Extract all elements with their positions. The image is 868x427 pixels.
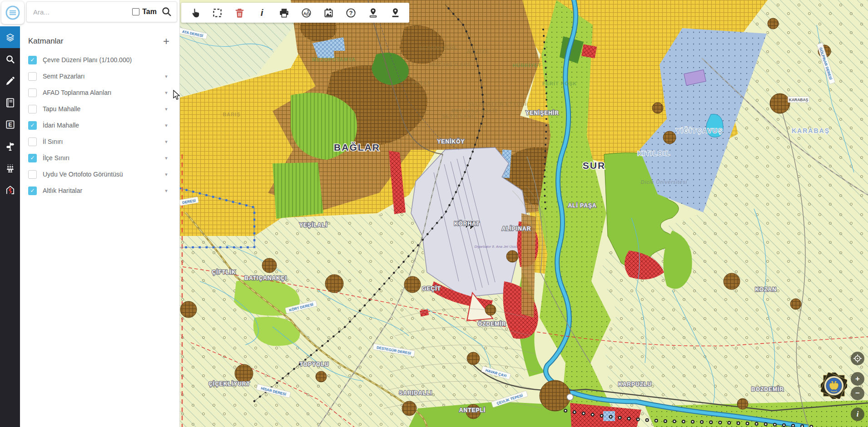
map-place-label: FERİT KÖŞK [542,81,577,86]
map-place-label: AZİZİYE [466,49,489,54]
map-place-label: Diyarbakır 8. Ana Jet Üssü [475,245,518,249]
map-place-label: SUR [583,160,605,171]
map-place-label: ALİ PAŞA [568,202,596,209]
search-icon [5,54,15,64]
map-place-label: MEVLANA HALİT [451,108,498,113]
layer-expand-arrow[interactable]: ▾ [163,188,169,194]
layer-label: İl Sınırı [43,138,163,145]
layer-expand-arrow[interactable]: ▾ [163,139,169,145]
svg-text:E: E [8,122,12,128]
layer-expand-arrow[interactable]: ▾ [163,172,169,177]
layer-label: Altlık Haritalar [43,187,163,194]
delete-tool-button[interactable] [228,4,251,22]
sidebar-item-cadastre-book[interactable] [0,92,20,113]
exact-match-checkbox[interactable] [132,8,139,15]
layer-expand-arrow[interactable]: ▾ [163,106,169,112]
select-area-tool-button[interactable] [206,4,228,22]
map-town-label: KARABAŞ [788,97,809,103]
sidebar-item-layers[interactable] [0,26,20,48]
search-button[interactable] [161,6,172,17]
locate-button[interactable] [851,352,864,365]
search-input[interactable] [33,8,132,16]
sidebar-item-brand-logo[interactable] [0,179,20,201]
map-place-label: ŞEYH ŞAMİL [442,113,477,119]
layer-expand-arrow[interactable]: ▾ [163,155,169,161]
map-place-label: KARPUZLU [618,381,652,388]
layer-checkbox[interactable] [28,88,37,97]
print-tool-button[interactable] [273,4,295,22]
add-layer-button[interactable]: + [163,37,169,46]
layer-checkbox[interactable]: ✓ [28,121,37,130]
layer-row: ✓İlçe Sınırı▾ [20,150,179,166]
layer-row: Tapu Mahalle▾ [20,101,179,117]
map-place-label: KÖRHAT [454,220,480,227]
book-icon [5,98,15,108]
add-marker-tool-button[interactable] [362,4,384,22]
layers-panel: Katmanlar + ✓Çevre Düzeni Planı (1/100.0… [20,0,180,427]
map-place-label: YENİŞEHİR [526,109,559,116]
map-place-label: ÇİÇEKLİYURT [208,380,250,387]
svg-text:KARABAŞ: KARABAŞ [789,98,808,102]
info-tool-button[interactable]: i [251,4,273,22]
layer-checkbox[interactable] [28,170,37,179]
sidebar-item-population[interactable] [0,157,20,179]
map-place-label: BARIŞ [223,112,240,117]
goto-marker-tool-button[interactable] [384,4,407,22]
layer-label: Uydu Ve Ortofoto Görüntüsü [43,171,163,178]
layer-expand-arrow[interactable]: ▾ [163,74,169,79]
signpost-icon [5,141,15,152]
map-place-label: HUZUREVLERİ [429,62,470,67]
map-info-button[interactable]: i [851,407,864,421]
map-place-label: HÜRRİYET [512,63,541,68]
menu-toggle-button[interactable] [1,1,24,24]
layer-row: ✓Altlık Haritalar▾ [20,182,179,199]
map-place-label: YEŞİLALİ [299,221,327,228]
sidebar-item-draw[interactable] [0,70,20,92]
pan-tool-button[interactable] [184,4,206,22]
people-group-icon [5,163,15,173]
layers-panel-title: Katmanlar [28,37,163,46]
sidebar-item-e-services[interactable]: E [0,113,20,135]
search-icon [161,6,172,17]
svg-text:?: ? [349,10,353,16]
map-place-label: KOZAN [755,286,777,293]
layer-row: ✓İdari Mahalle▾ [20,117,179,133]
sidebar-item-search[interactable] [0,48,20,70]
app-window: { "search": { "placeholder": "Ara...", "… [0,0,868,427]
map-place-label: TOPYOLU [300,361,329,368]
map-place-label: PEYAS [412,80,431,86]
map-place-label: YİĞİTÇAVUŞ [676,127,724,134]
layer-checkbox[interactable]: ✓ [28,154,37,162]
map-place-label: ALİPINAR [502,225,531,232]
layer-checkbox[interactable]: ✓ [28,56,37,64]
municipality-flame-logo-icon [5,185,15,195]
scale-tool-button[interactable]: A53,4 [295,4,317,22]
svg-text:i: i [261,8,264,18]
layer-label: Çevre Düzeni Planı (1/100.000) [43,56,163,64]
layer-label: İdari Mahalle [43,122,163,129]
zoom-out-button[interactable]: − [851,387,864,400]
map-place-label: KITILBIL [637,150,671,157]
sidebar-item-directions[interactable] [0,135,20,157]
map-place-label: KARABAŞ [792,127,830,134]
map-place-label: BATIÇANAKÇI [244,275,287,281]
map-canvas[interactable]: BAĞLARSURYENİKÖYALİ PAŞAYEŞİLALİKÖRHATAL… [180,0,868,427]
map-place-label: GEÇİT [422,285,441,292]
map-place-label: ÖZDEMİR [478,320,506,327]
layer-checkbox[interactable] [28,72,37,81]
layer-label: İlçe Sınırı [43,154,163,162]
layer-checkbox[interactable] [28,105,37,113]
layer-row: ✓Çevre Düzeni Planı (1/100.000) [20,52,179,68]
zoom-in-button[interactable]: + [851,372,864,386]
layer-expand-arrow[interactable]: ▾ [163,90,169,96]
layer-checkbox[interactable] [28,137,37,146]
screenshot-tool-button[interactable] [317,4,340,22]
layer-label: Tapu Mahalle [43,105,163,113]
layer-checkbox[interactable]: ✓ [28,187,37,195]
layer-row: Semt Pazarları▾ [20,68,179,84]
sidebar-rail: E [0,26,20,427]
help-tool-button[interactable]: ? [340,4,362,22]
layer-expand-arrow[interactable]: ▾ [163,123,169,128]
map-place-label: SARIDALLI [399,390,432,396]
svg-text:3,4: 3,4 [306,13,310,16]
